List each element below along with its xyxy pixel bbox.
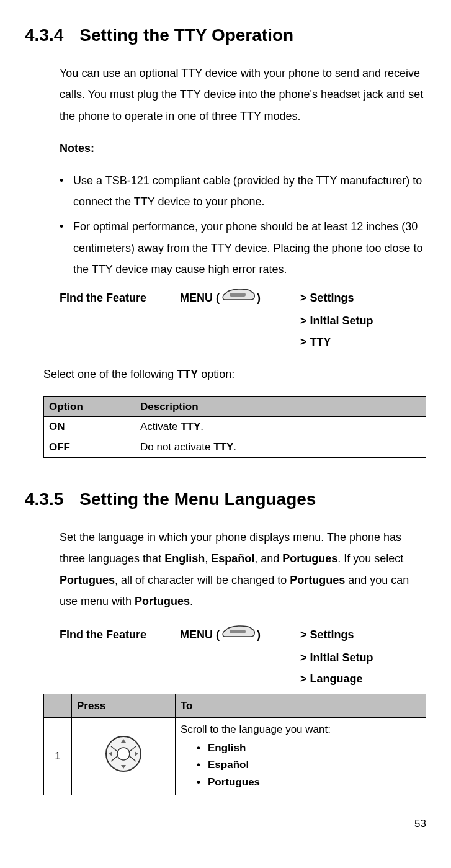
heading-435-title: Setting the Menu Languages [79,490,316,509]
select-intro: Select one of the following TTY option: [43,364,426,385]
find-feature-row-434: Find the Feature MENU ( ) > Settings > I… [60,286,426,353]
text: Select one of the following [43,368,177,380]
text: . If you select [337,552,403,565]
table-row: OFF Do not activate TTY. [44,437,426,458]
heading-434: 4.3.4Setting the TTY Operation [25,19,426,51]
find-feature-label: Find the Feature [60,287,177,308]
press-cell [72,718,176,795]
text: , and [254,552,282,565]
notes-list: Use a TSB-121 compliant cable (provided … [60,170,426,280]
breadcrumb: > Settings [300,287,426,308]
language-item: Español [197,757,421,773]
language-item: Portugues [197,774,421,790]
breadcrumb-item: > Initial Setup [300,647,426,668]
notes-label: Notes: [60,138,426,159]
option-off-desc: Do not activate TTY. [135,437,426,458]
menu-prefix: MENU ( [180,624,220,645]
table-row: ON Activate TTY. [44,417,426,437]
heading-434-title: Setting the TTY Operation [79,25,293,45]
menu-key-icon [221,286,256,310]
breadcrumb: > Initial Setup > TTY [300,310,426,352]
column-header-blank [44,694,72,718]
menu-cell: MENU ( ) [180,623,298,647]
column-header-option: Option [44,396,135,417]
text: option: [198,368,234,380]
breadcrumb-item: > Initial Setup [300,310,426,331]
menu-suffix: ) [257,624,261,645]
language-list: English Español Portugues [197,740,421,790]
svg-point-3 [117,748,130,760]
option-off: OFF [44,437,135,458]
text: Activate [140,421,181,432]
notes-item: For optimal performance, your phone shou… [60,216,426,280]
breadcrumb-item: > Language [300,668,426,689]
text: , [205,552,211,565]
heading-434-number: 4.3.4 [25,19,63,51]
menu-key-icon [221,623,256,647]
svg-rect-0 [230,293,246,297]
tty-options-table: Option Description ON Activate TTY. OFF … [43,396,426,458]
breadcrumb-item: > Settings [300,287,426,308]
column-header-to: To [176,694,426,718]
column-header-description: Description [135,396,426,417]
breadcrumb-item: > Settings [300,624,426,645]
option-on-desc: Activate TTY. [135,417,426,437]
menu-suffix: ) [257,287,261,308]
text-bold: TTY [177,368,198,380]
table-row: 1 Scroll to the language you want: [44,718,426,795]
breadcrumb-item: > TTY [300,331,426,352]
notes-item: Use a TSB-121 compliant cable (provided … [60,170,426,212]
dpad-icon [104,764,143,776]
intro-435: Set the language in which your phone dis… [60,527,426,612]
text-bold: Portugues [60,574,115,586]
heading-435-number: 4.3.5 [25,483,63,516]
option-on: ON [44,417,135,437]
text-bold: TTY [213,441,233,453]
text: . [190,595,193,607]
language-item: English [197,740,421,756]
text-bold: English [164,552,205,565]
text: , all of character will be changed to [115,574,290,586]
menu-cell: MENU ( ) [180,286,298,310]
breadcrumb: > Initial Setup > Language [300,647,426,689]
to-cell: Scroll to the language you want: English… [176,718,426,795]
text-bold: TTY [181,421,200,432]
text-bold: Portugues [282,552,337,565]
language-steps-table: Press To 1 Scroll to th [43,694,426,796]
text-bold: Español [211,552,254,565]
menu-prefix: MENU ( [180,287,220,308]
text: . [233,441,236,453]
to-intro: Scroll to the language you want: [181,723,331,735]
intro-434: You can use an optional TTY device with … [60,63,426,127]
step-number: 1 [44,718,72,795]
find-feature-row-435: Find the Feature MENU ( ) > Settings > I… [60,623,426,690]
text-bold: Portugues [135,595,190,607]
find-feature-label: Find the Feature [60,624,177,645]
heading-435: 4.3.5Setting the Menu Languages [25,483,426,516]
svg-rect-1 [230,630,246,633]
text-bold: Portugues [290,574,345,586]
column-header-press: Press [72,694,176,718]
text: Do not activate [140,441,213,453]
text: . [200,421,203,432]
breadcrumb: > Settings [300,624,426,645]
page-number: 53 [25,814,426,834]
